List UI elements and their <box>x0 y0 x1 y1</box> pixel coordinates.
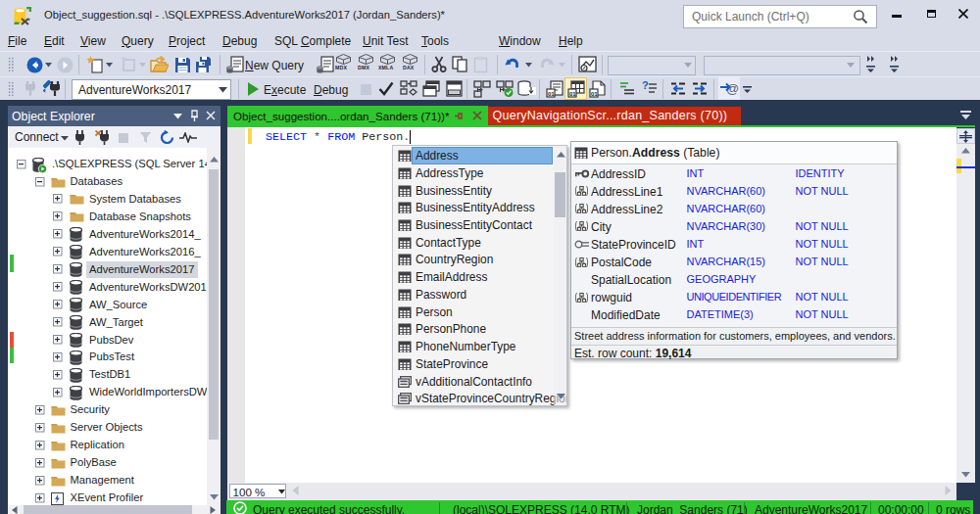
svg-text:?: ? <box>642 80 649 91</box>
svg-text:01: 01 <box>591 91 598 97</box>
svg-text:01: 01 <box>548 91 555 97</box>
svg-text:01: 01 <box>569 91 576 97</box>
